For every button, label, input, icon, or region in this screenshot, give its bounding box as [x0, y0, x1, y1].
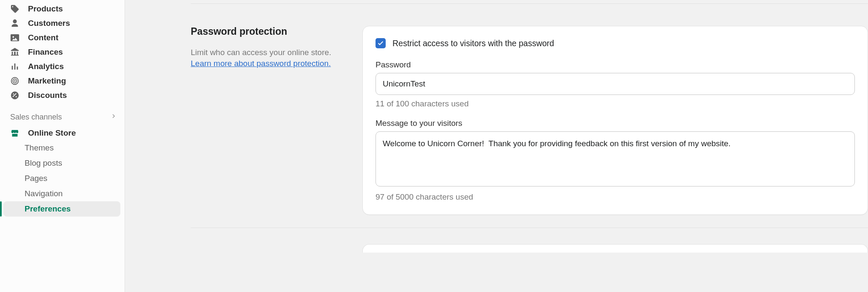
- nav-label: Products: [28, 4, 63, 14]
- sidebar-item-products[interactable]: Products: [0, 2, 125, 16]
- subnav-pages[interactable]: Pages: [25, 171, 125, 186]
- sidebar-item-content[interactable]: Content: [0, 31, 125, 45]
- nav-label: Finances: [28, 47, 63, 57]
- subnav-blog-posts[interactable]: Blog posts: [25, 156, 125, 171]
- restrict-access-row: Restrict access to visitors with the pas…: [376, 38, 855, 48]
- sidebar-item-finances[interactable]: Finances: [0, 45, 125, 59]
- password-helper: 11 of 100 characters used: [376, 99, 855, 108]
- message-helper: 97 of 5000 characters used: [376, 192, 855, 202]
- message-field-group: Message to your visitors 97 of 5000 char…: [376, 119, 855, 202]
- person-icon: [10, 19, 19, 28]
- image-icon: [10, 33, 19, 42]
- sales-channels-header[interactable]: Sales channels: [0, 108, 125, 126]
- learn-more-link[interactable]: Learn more about password protection.: [191, 59, 331, 68]
- tag-icon: [10, 4, 19, 14]
- restrict-access-checkbox[interactable]: [376, 38, 386, 48]
- subnav-themes[interactable]: Themes: [25, 140, 125, 156]
- nav-label: Content: [28, 33, 58, 42]
- section-title: Password protection: [191, 26, 351, 37]
- sidebar-item-marketing[interactable]: Marketing: [0, 74, 125, 88]
- nav-label: Online Store: [28, 128, 76, 138]
- check-icon: [377, 40, 384, 47]
- password-label: Password: [376, 60, 855, 70]
- message-textarea[interactable]: [376, 131, 855, 186]
- store-icon: [10, 128, 19, 138]
- message-label: Message to your visitors: [376, 119, 855, 128]
- sidebar-item-discounts[interactable]: Discounts: [0, 88, 125, 103]
- nav-label: Customers: [28, 19, 70, 28]
- main-content: Password protection Limit who can access…: [125, 0, 868, 292]
- section-header-label: Sales channels: [10, 113, 62, 122]
- next-card-peek: [362, 244, 868, 253]
- password-protection-card: Restrict access to visitors with the pas…: [362, 26, 868, 215]
- sidebar-item-analytics[interactable]: Analytics: [0, 59, 125, 74]
- target-icon: [10, 76, 19, 86]
- percent-icon: [10, 91, 19, 100]
- section-description: Limit who can access your online store.: [191, 47, 351, 59]
- sidebar: Products Customers Content Finances Anal…: [0, 0, 125, 292]
- section-description-column: Password protection Limit who can access…: [125, 26, 362, 215]
- password-field-group: Password 11 of 100 characters used: [376, 60, 855, 108]
- nav-label: Discounts: [28, 91, 67, 100]
- password-protection-section: Password protection Limit who can access…: [125, 4, 868, 215]
- password-input[interactable]: [376, 73, 855, 95]
- restrict-access-label: Restrict access to visitors with the pas…: [392, 39, 554, 48]
- sidebar-item-customers[interactable]: Customers: [0, 16, 125, 31]
- nav-label: Analytics: [28, 62, 64, 71]
- chevron-right-icon: [110, 113, 117, 122]
- online-store-subnav: Themes Blog posts Pages Navigation Prefe…: [0, 140, 125, 217]
- bar-chart-icon: [10, 62, 19, 71]
- sidebar-item-online-store[interactable]: Online Store: [0, 126, 125, 140]
- nav-label: Marketing: [28, 76, 66, 86]
- bank-icon: [10, 47, 19, 57]
- subnav-preferences[interactable]: Preferences: [3, 201, 120, 217]
- subnav-navigation[interactable]: Navigation: [25, 186, 125, 201]
